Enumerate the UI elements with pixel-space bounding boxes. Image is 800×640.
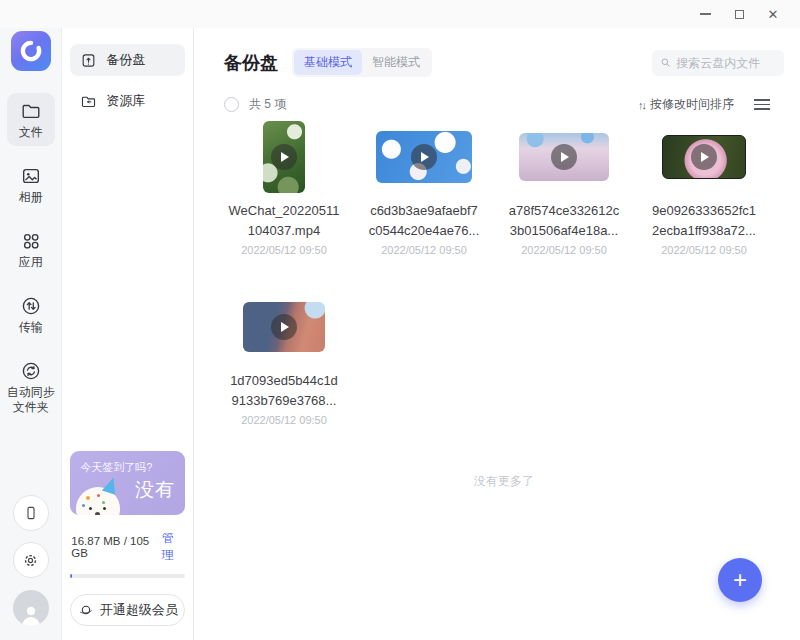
file-name: a78f574ce332612c 3b01506af4e18a... [509, 201, 620, 241]
main-header: 备份盘 基础模式 智能模式 [224, 48, 784, 77]
search-input[interactable] [676, 56, 776, 70]
mascot-illustration [76, 487, 120, 515]
file-date: 2022/05/12 09:50 [521, 244, 607, 256]
sort-label: 按修改时间排序 [650, 96, 734, 113]
maximize-icon [735, 10, 744, 19]
file-date: 2022/05/12 09:50 [381, 244, 467, 256]
file-name-line2: c0544c20e4ae76... [369, 223, 480, 238]
list-toolbar: 共 5 项 ↑↓ 按修改时间排序 [224, 96, 784, 113]
file-name-line1: 9e0926333652fc1 [652, 203, 756, 218]
photo-icon [20, 165, 42, 187]
titlebar: ✕ [0, 0, 800, 28]
gear-icon [21, 551, 40, 570]
view-mode-button[interactable] [754, 99, 770, 110]
sidebar-item-files[interactable]: 文件 [7, 93, 55, 146]
upgrade-member-label: 开通超级会员 [100, 601, 178, 619]
check-in-promo-banner[interactable]: 今天签到了吗? 没有 [70, 451, 185, 515]
cloud-disk-logo-icon [18, 38, 44, 64]
storage-manage-link[interactable]: 管理 [162, 530, 184, 564]
mobile-app-button[interactable] [13, 495, 49, 531]
sort-button[interactable]: ↑↓ 按修改时间排序 [638, 96, 734, 113]
upgrade-member-button[interactable]: 开通超级会员 [70, 594, 185, 626]
sidebar-item-label: 备份盘 [106, 51, 145, 69]
search-icon [660, 56, 671, 69]
sidebar-item-label: 应用 [19, 255, 43, 270]
add-file-button[interactable]: + [718, 558, 762, 602]
sort-arrows-icon: ↑↓ [638, 99, 645, 111]
sidebar-item-apps[interactable]: 应用 [7, 223, 55, 276]
file-name-line1: WeChat_20220511 [229, 203, 340, 218]
rail-nav: 文件 相册 应 [7, 93, 55, 421]
storage-row: 16.87 MB / 105 GB 管理 [70, 530, 185, 564]
left-rail: 文件 相册 应 [0, 28, 62, 640]
storage-usage: 16.87 MB / 105 GB [71, 535, 162, 559]
phone-icon [22, 504, 40, 522]
play-icon [551, 144, 577, 170]
file-item[interactable]: a78f574ce332612c 3b01506af4e18a... 2022/… [494, 119, 634, 256]
video-thumbnail [243, 302, 325, 352]
play-icon [691, 144, 717, 170]
file-name: 9e0926333652fc1 2ecba1ff938a72... [652, 201, 756, 241]
user-avatar[interactable] [13, 590, 49, 626]
no-more-label: 没有更多了 [224, 473, 784, 490]
play-icon [411, 144, 437, 170]
sidebar-item-transfer[interactable]: 传输 [7, 288, 55, 341]
file-name-line2: 104037.mp4 [248, 223, 320, 238]
file-item[interactable]: WeChat_20220511 104037.mp4 2022/05/12 09… [214, 119, 354, 256]
item-count: 共 5 项 [249, 96, 286, 113]
file-name: WeChat_20220511 104037.mp4 [229, 201, 340, 241]
file-name-line1: 1d7093ed5b44c1d [230, 373, 338, 388]
page-title: 备份盘 [224, 51, 278, 75]
sidebar-item-resource-library[interactable]: 资源库 [70, 85, 185, 117]
app-logo[interactable] [11, 31, 51, 71]
close-button[interactable]: ✕ [756, 1, 790, 27]
apps-grid-icon [20, 230, 42, 252]
search-box [652, 50, 784, 76]
promo-question: 今天签到了吗? [80, 460, 152, 475]
storage-progress-bar [70, 574, 185, 578]
planet-icon [78, 602, 94, 618]
sidebar-item-label: 传输 [19, 320, 43, 335]
maximize-button[interactable] [722, 1, 756, 27]
file-item[interactable]: 1d7093ed5b44c1d 9133b769e3768... 2022/05… [214, 289, 354, 426]
mode-toggle: 基础模式 智能模式 [292, 48, 432, 77]
play-icon [271, 144, 297, 170]
sidebar-item-label: 文件 [19, 125, 43, 140]
file-name: c6d3b3ae9afaebf7 c0544c20e4ae76... [369, 201, 480, 241]
secondary-sidebar: 备份盘 资源库 今天签到了吗? 没有 [62, 28, 194, 640]
storage-progress-fill [70, 574, 72, 578]
tab-smart-mode[interactable]: 智能模式 [362, 50, 430, 75]
file-grid: WeChat_20220511 104037.mp4 2022/05/12 09… [214, 119, 784, 459]
file-item[interactable]: 9e0926333652fc1 2ecba1ff938a72... 2022/0… [634, 119, 774, 256]
sidebar-item-autosync-folder[interactable]: 自动同步 文件夹 [7, 353, 55, 421]
file-item[interactable]: c6d3b3ae9afaebf7 c0544c20e4ae76... 2022/… [354, 119, 494, 256]
file-name-line1: a78f574ce332612c [509, 203, 620, 218]
transfer-icon [20, 295, 42, 317]
file-name: 1d7093ed5b44c1d 9133b769e3768... [230, 371, 338, 411]
minimize-button[interactable] [688, 1, 722, 27]
plus-icon: + [733, 566, 747, 594]
main-content: 备份盘 基础模式 智能模式 共 5 项 ↑↓ 按 [194, 28, 800, 640]
sidebar-item-label-line2: 文件夹 [13, 400, 49, 414]
file-date: 2022/05/12 09:50 [661, 244, 747, 256]
sidebar-item-albums[interactable]: 相册 [7, 158, 55, 211]
file-date: 2022/05/12 09:50 [241, 244, 327, 256]
video-thumbnail [662, 135, 746, 179]
tab-basic-mode[interactable]: 基础模式 [294, 50, 362, 75]
video-thumbnail [376, 131, 472, 183]
select-all-checkbox[interactable] [224, 97, 239, 112]
file-name-line2: 9133b769e3768... [232, 393, 337, 408]
file-name-line2: 2ecba1ff938a72... [652, 223, 756, 238]
file-name-line1: c6d3b3ae9afaebf7 [370, 203, 478, 218]
settings-button[interactable] [13, 542, 49, 578]
sidebar-item-label: 相册 [19, 190, 43, 205]
minimize-icon [700, 13, 711, 15]
backup-drive-icon [80, 52, 97, 69]
video-thumbnail [263, 121, 305, 193]
sync-icon [20, 360, 42, 382]
app-window: ✕ 文件 [0, 0, 800, 640]
sidebar-item-backup-disk[interactable]: 备份盘 [70, 44, 185, 76]
sidebar-item-label: 资源库 [106, 92, 145, 110]
close-icon: ✕ [768, 8, 779, 21]
sidebar-item-label: 自动同步 文件夹 [7, 385, 55, 415]
